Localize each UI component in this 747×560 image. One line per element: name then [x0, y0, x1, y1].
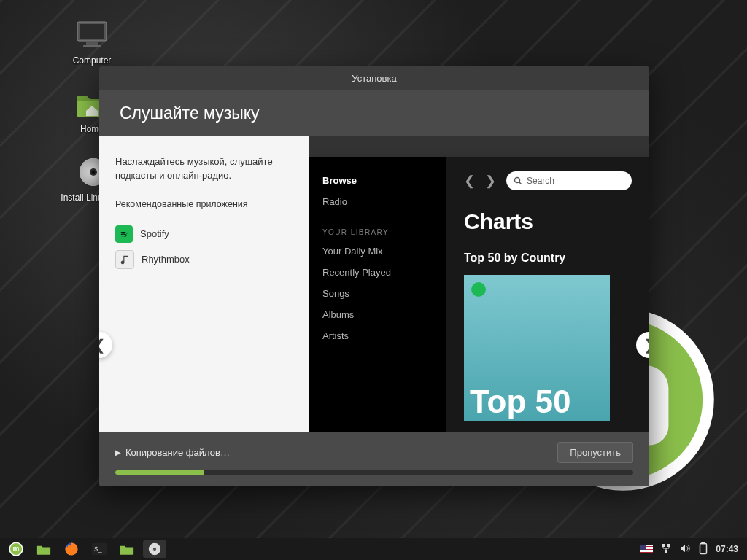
spotify-nav: ❮ ❯ Search [464, 171, 632, 190]
skip-button[interactable]: Пропустить [557, 442, 633, 463]
rhythmbox-icon [115, 250, 134, 269]
app-row-spotify: Spotify [115, 222, 293, 246]
window-title: Установка [352, 73, 396, 84]
svg-point-11 [515, 178, 520, 183]
slide-area: ❮ ❯ Наслаждайтесь музыкой, слушайте подк… [99, 136, 649, 432]
system-tray: 07:43 [640, 542, 743, 557]
sidebar-item: Recently Played [322, 262, 433, 283]
spotify-search: Search [506, 171, 632, 190]
spotify-sidebar: Browse Radio YOUR LIBRARY Your Daily Mix… [309, 157, 446, 432]
battery-icon[interactable] [698, 542, 708, 557]
search-placeholder: Search [527, 176, 554, 186]
volume-icon[interactable] [679, 542, 691, 556]
charts-subtitle: Top 50 by Country [464, 252, 632, 265]
taskbar-terminal[interactable]: $_ [88, 540, 111, 558]
keyboard-layout-indicator[interactable] [640, 545, 653, 553]
svg-rect-25 [702, 542, 705, 543]
sidebar-library-hdr: YOUR LIBRARY [322, 228, 433, 236]
taskbar-files[interactable] [32, 540, 55, 558]
spotify-screenshot: Browse Radio YOUR LIBRARY Your Daily Mix… [309, 157, 649, 432]
slide-screenshot-panel: Browse Radio YOUR LIBRARY Your Daily Mix… [309, 136, 649, 432]
app-row-rhythmbox: Rhythmbox [115, 246, 293, 273]
sidebar-radio: Radio [322, 191, 433, 212]
svg-rect-3 [80, 24, 104, 39]
install-status[interactable]: ▶ Копирование файлов… [115, 447, 230, 458]
sidebar-browse: Browse [322, 170, 433, 191]
sidebar-item: Songs [322, 283, 433, 304]
playlist-cover: Top 50 [464, 275, 610, 421]
apps-heading: Рекомендованные приложения [115, 199, 293, 214]
status-text: Копирование файлов… [125, 447, 230, 458]
minimize-button[interactable]: – [630, 72, 642, 84]
svg-rect-23 [665, 550, 667, 553]
svg-text:m: m [13, 545, 20, 553]
slide-text-panel: Наслаждайтесь музыкой, слушайте подкасты… [99, 136, 309, 432]
svg-rect-24 [700, 543, 707, 553]
svg-text:$_: $_ [94, 545, 102, 553]
svg-rect-5 [83, 45, 101, 47]
taskbar: m $_ 07:43 [0, 538, 747, 560]
sidebar-item: Albums [322, 304, 433, 325]
icon-label: Computer [63, 55, 121, 66]
start-menu-button[interactable]: m [4, 540, 28, 558]
svg-point-20 [153, 548, 156, 551]
fwd-arrow-icon: ❯ [485, 173, 496, 189]
charts-title: Charts [464, 209, 632, 234]
slide-intro: Наслаждайтесь музыкой, слушайте подкасты… [115, 155, 293, 183]
clock[interactable]: 07:43 [716, 544, 738, 554]
search-icon [514, 176, 522, 185]
svg-point-9 [92, 171, 96, 174]
spotify-badge-icon [471, 282, 486, 297]
back-arrow-icon: ❮ [464, 173, 475, 189]
expand-triangle-icon: ▶ [115, 448, 121, 456]
taskbar-firefox[interactable] [60, 540, 83, 558]
taskbar-installer-running[interactable] [143, 540, 166, 558]
progress-bar [115, 470, 633, 475]
app-name: Spotify [140, 228, 169, 239]
computer-icon [74, 18, 109, 52]
svg-rect-21 [662, 544, 665, 547]
screenshot-titlebar [309, 136, 649, 157]
network-icon[interactable] [660, 542, 672, 556]
spotify-main: ❮ ❯ Search Charts Top 50 by Country Top … [446, 157, 649, 432]
slide-headline: Слушайте музыку [99, 90, 649, 136]
app-name: Rhythmbox [142, 254, 190, 265]
cover-text: Top 50 [464, 383, 577, 421]
sidebar-item: Artists [322, 325, 433, 346]
sidebar-item: Your Daily Mix [322, 241, 433, 262]
desktop-icon-computer[interactable]: Computer [63, 18, 121, 66]
installer-footer: ▶ Копирование файлов… Пропустить [99, 432, 649, 486]
svg-rect-4 [86, 42, 98, 45]
svg-rect-22 [667, 544, 670, 547]
progress-fill [115, 470, 204, 475]
window-titlebar[interactable]: Установка – [99, 66, 649, 90]
installer-window: Установка – Слушайте музыку ❮ ❯ Наслажда… [99, 66, 649, 486]
svg-line-12 [519, 182, 522, 184]
taskbar-files-2[interactable] [115, 540, 139, 558]
spotify-icon [115, 225, 133, 243]
